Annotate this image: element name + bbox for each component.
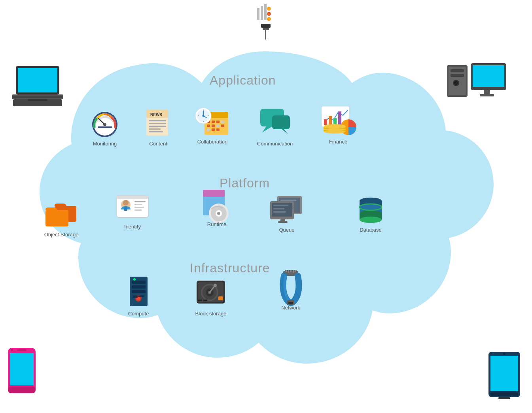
svg-rect-85 bbox=[273, 208, 284, 209]
svg-point-150 bbox=[503, 353, 505, 355]
svg-rect-123 bbox=[293, 270, 294, 273]
laptop-device bbox=[10, 64, 65, 107]
svg-rect-84 bbox=[273, 205, 288, 206]
svg-rect-25 bbox=[212, 121, 215, 123]
application-label: Application bbox=[210, 73, 276, 88]
svg-rect-51 bbox=[329, 116, 332, 125]
svg-rect-116 bbox=[198, 300, 202, 301]
svg-rect-122 bbox=[290, 270, 292, 272]
monitoring-item: Monitoring bbox=[83, 107, 127, 147]
svg-rect-66 bbox=[124, 206, 127, 211]
svg-rect-17 bbox=[149, 120, 166, 121]
svg-rect-28 bbox=[207, 124, 210, 127]
svg-rect-132 bbox=[28, 99, 47, 101]
svg-rect-13 bbox=[98, 126, 112, 128]
runtime-icon bbox=[201, 190, 233, 221]
runtime-label: Runtime bbox=[207, 221, 226, 227]
svg-rect-126 bbox=[288, 302, 293, 304]
svg-rect-0 bbox=[257, 8, 259, 20]
svg-marker-46 bbox=[262, 126, 272, 132]
network-item: Network bbox=[269, 271, 312, 311]
queue-label: Queue bbox=[279, 227, 294, 233]
svg-rect-34 bbox=[216, 128, 220, 131]
communication-icon bbox=[259, 107, 291, 138]
queue-icon bbox=[271, 193, 303, 224]
svg-rect-63 bbox=[117, 196, 148, 199]
collaboration-label: Collaboration bbox=[197, 139, 228, 145]
svg-point-95 bbox=[360, 217, 382, 223]
svg-rect-6 bbox=[261, 24, 271, 28]
desktop-device bbox=[445, 61, 508, 109]
svg-rect-1 bbox=[261, 6, 263, 20]
object-storage-item: Object Storage bbox=[40, 198, 83, 238]
svg-rect-26 bbox=[216, 121, 220, 123]
svg-marker-48 bbox=[282, 129, 288, 134]
block-storage-item: Block storage bbox=[189, 277, 233, 317]
svg-rect-47 bbox=[272, 115, 290, 129]
finance-icon bbox=[322, 105, 354, 136]
svg-rect-31 bbox=[221, 124, 224, 127]
monitoring-label: Monitoring bbox=[93, 141, 117, 147]
finance-label: Finance bbox=[329, 139, 347, 145]
svg-rect-115 bbox=[218, 296, 223, 300]
content-icon: NEWS bbox=[142, 107, 174, 138]
communication-label: Communication bbox=[257, 141, 293, 147]
svg-rect-61 bbox=[45, 210, 68, 226]
database-icon bbox=[355, 193, 386, 224]
svg-rect-2 bbox=[264, 4, 267, 20]
svg-rect-98 bbox=[132, 281, 146, 284]
object-storage-label: Object Storage bbox=[44, 232, 79, 238]
network-icon bbox=[275, 271, 307, 302]
svg-rect-141 bbox=[484, 90, 490, 94]
compute-label: Compute bbox=[128, 311, 149, 317]
svg-point-5 bbox=[267, 17, 271, 21]
content-label: Content bbox=[149, 141, 167, 147]
block-storage-label: Block storage bbox=[195, 311, 227, 317]
svg-rect-87 bbox=[280, 219, 285, 221]
communication-item: Communication bbox=[253, 107, 297, 147]
svg-rect-144 bbox=[10, 353, 34, 385]
svg-rect-152 bbox=[498, 397, 510, 399]
svg-point-76 bbox=[217, 212, 220, 215]
svg-rect-88 bbox=[278, 221, 288, 223]
compute-item: Compute bbox=[117, 277, 160, 317]
database-item: Database bbox=[349, 193, 392, 233]
svg-rect-146 bbox=[17, 349, 27, 351]
tablet-device bbox=[487, 350, 522, 399]
svg-rect-50 bbox=[324, 119, 327, 125]
svg-rect-135 bbox=[451, 69, 464, 72]
svg-rect-70 bbox=[134, 209, 142, 211]
svg-rect-130 bbox=[12, 96, 63, 98]
svg-point-12 bbox=[103, 123, 106, 126]
object-storage-icon bbox=[45, 198, 77, 229]
svg-rect-52 bbox=[333, 118, 337, 125]
svg-rect-19 bbox=[149, 126, 166, 127]
finance-item: Finance bbox=[316, 105, 360, 145]
svg-rect-99 bbox=[132, 285, 146, 289]
svg-rect-86 bbox=[273, 211, 286, 213]
identity-item: Identity bbox=[111, 190, 154, 230]
compute-icon bbox=[123, 277, 154, 308]
svg-point-4 bbox=[267, 12, 271, 16]
svg-point-3 bbox=[267, 7, 271, 11]
content-item: NEWS Content bbox=[136, 107, 180, 147]
queue-item: Queue bbox=[265, 193, 309, 233]
svg-rect-151 bbox=[490, 392, 518, 396]
svg-rect-32 bbox=[207, 128, 210, 131]
svg-rect-69 bbox=[134, 207, 144, 208]
identity-icon bbox=[117, 190, 148, 221]
svg-rect-142 bbox=[480, 94, 494, 96]
svg-rect-7 bbox=[263, 28, 269, 30]
svg-rect-53 bbox=[338, 111, 341, 125]
phone-left-device bbox=[6, 346, 38, 397]
svg-rect-18 bbox=[149, 123, 166, 124]
svg-rect-149 bbox=[490, 356, 518, 391]
svg-rect-29 bbox=[212, 124, 215, 127]
svg-text:NEWS: NEWS bbox=[150, 113, 162, 117]
collaboration-item: Collaboration bbox=[191, 105, 234, 145]
svg-rect-124 bbox=[295, 270, 296, 272]
antenna bbox=[254, 0, 278, 40]
svg-rect-8 bbox=[265, 30, 266, 40]
network-label: Network bbox=[281, 305, 300, 311]
svg-rect-67 bbox=[134, 201, 146, 202]
